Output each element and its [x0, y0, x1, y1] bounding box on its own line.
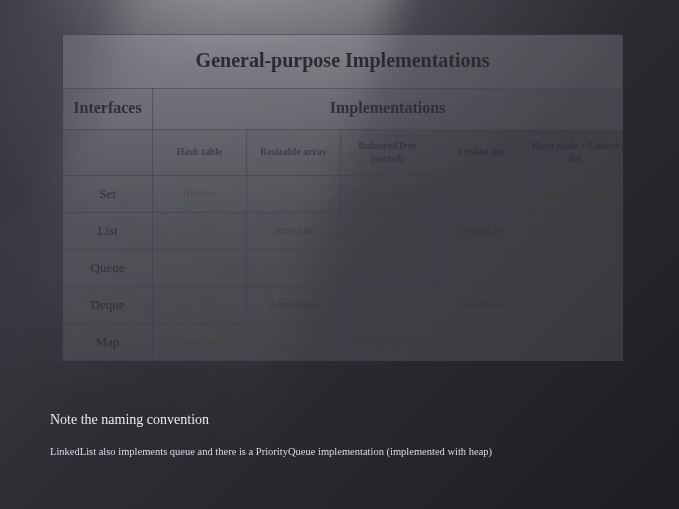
table-row: Map HashMap TreeMap (sorted) LinkedHashM…: [63, 324, 623, 361]
impl-cell: ArrayList: [247, 213, 341, 250]
impl-cell: [247, 176, 341, 213]
impl-cell: TreeMap (sorted): [341, 324, 435, 361]
column-header-balanced-tree: BalancedTree (sorted): [341, 130, 435, 176]
column-header-hash-linked: Hash table + Linked list: [529, 130, 623, 176]
impl-cell: [435, 324, 529, 361]
impl-cell: LinkedList: [435, 287, 529, 324]
impl-cell: [153, 213, 247, 250]
impl-cell: LinkedList: [435, 213, 529, 250]
impl-cell: TreeSet (sorted): [341, 176, 435, 213]
impl-cell: [529, 250, 623, 287]
table-title-row: General-purpose Implementations: [63, 35, 623, 89]
table-row: Queue PriorityQueue: [63, 250, 623, 287]
impl-cell: [435, 176, 529, 213]
table-header-row: Interfaces Implementations: [63, 89, 623, 130]
column-header-resizable-array: Resizable array: [247, 130, 341, 176]
column-header-hash-table: Hash table: [153, 130, 247, 176]
impl-cell: [529, 287, 623, 324]
column-header-blank: [63, 130, 153, 176]
interface-name: Set: [63, 176, 153, 213]
note-linkedlist: LinkedList also implements queue and the…: [50, 446, 492, 457]
impl-cell: ArrayDeque: [247, 287, 341, 324]
impl-cell: [247, 324, 341, 361]
impl-cell: [247, 250, 341, 287]
impl-cell: [529, 213, 623, 250]
impl-cell: LinkedHashMap: [529, 324, 623, 361]
impl-cell: LinkedHashSet: [529, 176, 623, 213]
note-naming-convention: Note the naming convention: [50, 412, 209, 428]
impl-cell: [153, 287, 247, 324]
header-interfaces: Interfaces: [63, 89, 153, 130]
impl-cell: [341, 287, 435, 324]
interface-name: Deque: [63, 287, 153, 324]
impl-cell: HashMap: [153, 324, 247, 361]
implementations-table: General-purpose Implementations Interfac…: [62, 34, 623, 361]
impl-cell: [153, 250, 247, 287]
impl-cell: PriorityQueue: [341, 250, 435, 287]
table-row: List ArrayList LinkedList: [63, 213, 623, 250]
impl-cell: [341, 213, 435, 250]
interface-name: Map: [63, 324, 153, 361]
table-title: General-purpose Implementations: [63, 35, 623, 89]
header-implementations: Implementations: [153, 89, 623, 130]
interface-name: Queue: [63, 250, 153, 287]
implementations-table-container: General-purpose Implementations Interfac…: [62, 34, 622, 361]
column-header-linked-list: Linked list: [435, 130, 529, 176]
table-row: Deque ArrayDeque LinkedList: [63, 287, 623, 324]
impl-cell: [435, 250, 529, 287]
table-column-headers-row: Hash table Resizable array BalancedTree …: [63, 130, 623, 176]
interface-name: List: [63, 213, 153, 250]
table-row: Set HashSet TreeSet (sorted) LinkedHashS…: [63, 176, 623, 213]
impl-cell: HashSet: [153, 176, 247, 213]
